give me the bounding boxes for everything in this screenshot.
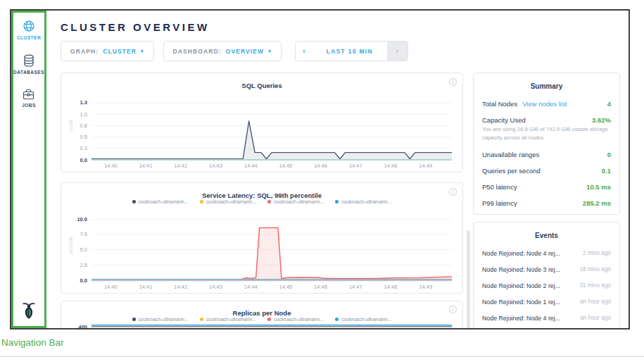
time-prev-button[interactable]: ‹ (296, 42, 312, 61)
summary-value: 285.2 ms (583, 199, 611, 207)
graph-dropdown-label: GRAPH: (70, 48, 99, 55)
time-range-selector: ‹ LAST 10 MIN › (295, 41, 408, 61)
legend-item[interactable]: cockroach-ultramarin... (267, 316, 324, 322)
sidebar-item-jobs[interactable]: JOBS (22, 89, 36, 108)
summary-label: Unavailable ranges (482, 151, 539, 158)
sidebar-item-databases[interactable]: DATABASES (13, 54, 44, 75)
event-time: an hour ago (580, 315, 611, 321)
svg-text:14:43: 14:43 (209, 163, 222, 169)
event-row[interactable]: Node Rejoined: Node 2 rej...31 mins ago (482, 277, 611, 294)
event-row[interactable]: Node Rejoined: Node 1 rej...an hour ago (482, 294, 611, 310)
legend-dot-icon (335, 318, 339, 321)
legend-dot-icon (200, 318, 203, 321)
summary-label: Capacity Used (482, 116, 526, 124)
sidebar-item-label: DATABASES (13, 70, 44, 75)
info-icon[interactable]: i (449, 306, 457, 313)
svg-text:1.0: 1.0 (80, 111, 87, 118)
svg-text:400: 400 (78, 325, 87, 328)
cockroachdb-logo[interactable] (20, 301, 38, 323)
svg-text:14:48: 14:48 (384, 284, 398, 290)
summary-panel: Summary Total NodesView nodes list4Capac… (473, 73, 620, 215)
legend-item[interactable]: cockroach-ultramarin... (200, 316, 256, 322)
info-icon[interactable]: i (449, 188, 457, 196)
svg-text:0.5: 0.5 (80, 134, 87, 140)
svg-text:14:42: 14:42 (174, 284, 187, 290)
svg-text:count: count (68, 120, 73, 132)
event-row[interactable]: Node Rejoined: Node 4 rej...an hour ago (482, 310, 611, 326)
svg-text:14:47: 14:47 (349, 284, 362, 290)
legend-label: cockroach-ultramarin... (206, 199, 256, 204)
database-icon (13, 54, 44, 67)
event-text: Node Rejoined: Node 2 rej... (482, 282, 574, 289)
svg-text:5.0: 5.0 (80, 246, 87, 253)
service-latency-chart: seconds10.07.55.02.50.014:4014:4114:4214… (66, 207, 457, 293)
legend-dot-icon (132, 200, 136, 203)
dashboard-dropdown[interactable]: DASHBOARD: OVERVIEW ▾ (163, 41, 282, 61)
event-time: 31 mins ago (579, 282, 611, 289)
scrollbar-thumb[interactable] (467, 230, 470, 328)
dashboard-dropdown-label: DASHBOARD: (173, 48, 222, 55)
chevron-down-icon: ▾ (141, 49, 144, 54)
legend-label: cockroach-ultramarin... (139, 199, 189, 204)
graph-dropdown[interactable]: GRAPH: CLUSTER ▾ (61, 41, 154, 61)
svg-text:14:47: 14:47 (349, 163, 362, 169)
event-text: Node Rejoined: Node 4 rej... (482, 315, 574, 322)
time-range-button[interactable]: LAST 10 MIN (312, 42, 387, 61)
svg-text:14:44: 14:44 (244, 284, 258, 290)
svg-text:1.3: 1.3 (80, 99, 87, 106)
legend-item[interactable]: cockroach-ultramarin... (132, 199, 189, 205)
legend-item[interactable]: cockroach-ultramarin... (200, 199, 256, 205)
legend-label: cockroach-ultramarin... (341, 199, 391, 204)
svg-text:14:46: 14:46 (314, 284, 327, 290)
svg-text:14:46: 14:46 (314, 163, 327, 169)
chart-legend: cockroach-ultramarin...cockroach-ultrama… (61, 316, 462, 322)
legend-item[interactable]: cockroach-ultramarin... (132, 316, 189, 322)
charts-column: SQL Queries i count1.31.00.80.50.30.014:… (61, 73, 463, 328)
svg-text:14:49: 14:49 (419, 163, 432, 169)
legend-item[interactable]: cockroach-ultramarin... (267, 199, 324, 205)
toolbar: GRAPH: CLUSTER ▾ DASHBOARD: OVERVIEW ▾ ‹… (61, 41, 629, 61)
view-nodes-list-link[interactable]: View nodes list (522, 100, 567, 108)
svg-text:7.5: 7.5 (80, 231, 87, 237)
summary-subtext: You are using 26.8 GiB of 742.0 GiB usab… (482, 125, 611, 142)
summary-value: 3.62% (592, 116, 611, 124)
svg-text:14:41: 14:41 (139, 284, 153, 290)
summary-value: 0.1 (602, 167, 611, 175)
page: CLUSTERDATABASESJOBS CLUSTER OVERVIEW GR… (0, 0, 644, 364)
events-panel: Events Node Rejoined: Node 4 rej...2 min… (473, 222, 620, 328)
events-title: Events (482, 232, 611, 239)
legend-label: cockroach-ultramarin... (274, 317, 324, 322)
info-icon[interactable]: i (449, 78, 457, 86)
legend-label: cockroach-ultramarin... (341, 317, 391, 322)
event-row[interactable]: Node Rejoined: Node 4 rej...2 mins ago (482, 245, 611, 261)
replicas-per-node-chart: 400 (66, 325, 457, 328)
summary-value: 10.5 ms (586, 183, 611, 191)
briefcase-icon (22, 89, 36, 100)
sidebar-item-label: JOBS (22, 103, 36, 108)
event-row[interactable]: Node Rejoined: Node 3 rej...18 mins ago (482, 261, 611, 277)
event-time: 18 mins ago (579, 266, 611, 272)
graph-dropdown-value: CLUSTER (103, 48, 137, 55)
legend-item[interactable]: cockroach-ultramarin... (335, 199, 391, 205)
svg-text:0.8: 0.8 (80, 123, 87, 129)
legend-dot-icon (335, 200, 339, 203)
summary-row: Capacity Used3.62%You are using 26.8 GiB… (482, 112, 611, 146)
event-text: Node Rejoined: Node 3 rej... (482, 266, 574, 273)
legend-dot-icon (267, 200, 271, 203)
chart-legend: cockroach-ultramarin...cockroach-ultrama… (61, 199, 462, 205)
sidebar-item-cluster[interactable]: CLUSTER (17, 20, 41, 40)
legend-item[interactable]: cockroach-ultramarin... (335, 316, 391, 322)
svg-text:10.0: 10.0 (77, 216, 87, 222)
sql-queries-chart: count1.31.00.80.50.30.014:4014:4114:4214… (66, 88, 457, 171)
chart-title: Replicas per Node (233, 309, 291, 317)
summary-row: Total NodesView nodes list4 (482, 96, 611, 112)
summary-value: 4 (607, 100, 611, 108)
svg-text:14:49: 14:49 (419, 284, 432, 290)
content-area: SQL Queries i count1.31.00.80.50.30.014:… (61, 73, 629, 328)
summary-value: 0 (607, 151, 611, 158)
summary-row: P99 latency285.2 ms (482, 195, 611, 211)
summary-label: P99 latency (482, 199, 517, 207)
time-next-button-disabled[interactable]: › (387, 42, 408, 61)
sidebar-nav: CLUSTERDATABASESJOBS (11, 11, 46, 122)
svg-text:14:44: 14:44 (244, 163, 258, 169)
